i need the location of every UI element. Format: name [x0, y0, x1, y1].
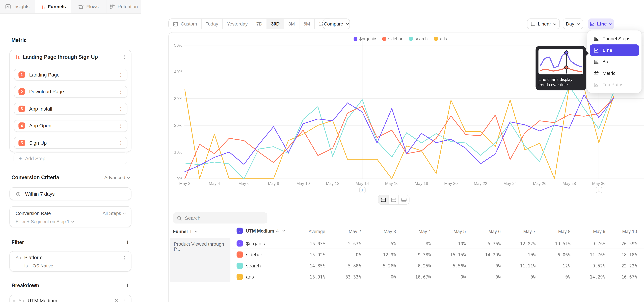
- svg-text:40%: 40%: [174, 70, 182, 74]
- date-range-3m[interactable]: 3M: [284, 19, 299, 29]
- series-checkbox[interactable]: ✓: [237, 262, 243, 269]
- date-range-today[interactable]: Today: [202, 19, 223, 29]
- tab-bar: InsightsFunnelsFlowsRetention: [0, 0, 141, 14]
- drag-handle-icon[interactable]: ≡: [13, 298, 16, 302]
- breakdown-card[interactable]: ≡ Aa UTM Medium ✕ ⋮: [10, 294, 131, 302]
- date-range-custom[interactable]: Custom: [169, 19, 202, 29]
- annotation-badge[interactable]: 1: [596, 187, 602, 193]
- cell-value: 5.88%: [328, 264, 361, 268]
- day-column-header: May 5: [433, 229, 466, 234]
- menu-item-metric[interactable]: Metric: [590, 68, 639, 79]
- table-row-search: ✓search14.85%5.88%5.26%6.25%5.56%0%11.11…: [169, 260, 644, 271]
- menu-item-top-paths: Top Paths: [590, 79, 639, 90]
- conversion-window-card[interactable]: Within 7 days: [10, 188, 131, 200]
- scale-dropdown[interactable]: Linear: [527, 18, 560, 29]
- add-breakdown-button[interactable]: +: [126, 282, 129, 288]
- advanced-dropdown[interactable]: Advanced: [104, 175, 130, 180]
- tab-funnels[interactable]: Funnels: [36, 0, 71, 13]
- step-kebab-icon[interactable]: ⋮: [118, 72, 123, 77]
- compare-button[interactable]: Compare: [323, 18, 350, 29]
- chevron-down-icon: [123, 212, 126, 214]
- legend-item-search[interactable]: search: [409, 36, 428, 41]
- flows-icon: [78, 4, 84, 9]
- series-checkbox[interactable]: ✓: [237, 274, 243, 280]
- conversion-rate-card: Conversion Rate All Steps Filter + Segme…: [10, 206, 131, 227]
- tab-insights[interactable]: Insights: [0, 0, 36, 13]
- metric-kebab-icon[interactable]: ⋮: [122, 54, 127, 59]
- funnel-step-1[interactable]: 1Landing Page⋮: [14, 68, 127, 80]
- all-steps-dropdown[interactable]: All Steps: [102, 211, 126, 216]
- date-range-30d[interactable]: 30D: [267, 19, 284, 29]
- menu-item-line[interactable]: Line: [590, 44, 639, 56]
- breakdown-kebab-icon[interactable]: ⋮: [122, 298, 127, 302]
- tab-label: Retention: [118, 4, 138, 9]
- funnel-column-header[interactable]: Funnel 1: [173, 229, 198, 234]
- legend-item-organic[interactable]: $organic: [354, 36, 376, 41]
- funnel-step-3[interactable]: 3App Install⋮: [14, 103, 127, 114]
- search-input[interactable]: [185, 215, 259, 221]
- funnel-step-2[interactable]: 2Download Page⋮: [14, 86, 127, 98]
- cell-value: 10%: [503, 252, 536, 257]
- annotation-badge[interactable]: 1: [359, 187, 366, 193]
- date-range-label: Custom: [181, 21, 197, 26]
- svg-text:50%: 50%: [174, 43, 182, 48]
- search-icon: [177, 216, 182, 220]
- date-range-6m[interactable]: 6M: [299, 19, 314, 29]
- step-kebab-icon[interactable]: ⋮: [118, 106, 123, 111]
- chart-type-dropdown[interactable]: Line: [588, 18, 614, 29]
- cell-value: 6.25%: [398, 264, 431, 268]
- breakdown-checkbox[interactable]: ✓: [237, 228, 243, 234]
- cell-value: 12.82%: [503, 241, 536, 246]
- date-range-7d[interactable]: 7D: [252, 19, 267, 29]
- series-checkbox[interactable]: ✓: [237, 252, 243, 258]
- metric-title: Landing Page through Sign Up: [23, 54, 98, 60]
- legend-item-sidebar[interactable]: sidebar: [382, 36, 402, 41]
- filter-value[interactable]: iOS Native: [32, 264, 53, 268]
- filter-kebab-icon[interactable]: ⋮: [122, 256, 127, 260]
- layout-split-button[interactable]: [378, 195, 388, 204]
- legend-item-ads[interactable]: ads: [434, 36, 447, 41]
- filter-operator[interactable]: Is: [24, 264, 28, 268]
- add-filter-button[interactable]: +: [126, 238, 129, 245]
- cell-value: 10%: [433, 241, 466, 246]
- chart-legend: $organicsidebarsearchads: [354, 36, 447, 41]
- average-column-header: Average: [292, 229, 325, 234]
- menu-item-funnel-steps[interactable]: Funnel Steps: [590, 33, 639, 44]
- tab-flows[interactable]: Flows: [71, 0, 106, 13]
- tooltip-arrow: [586, 50, 588, 56]
- filter-segment-dropdown[interactable]: Filter + Segment on Step 1: [16, 219, 74, 224]
- series-checkbox[interactable]: ✓: [237, 240, 243, 247]
- row-separator: [232, 282, 644, 282]
- menu-item-bar[interactable]: Bar: [590, 56, 639, 68]
- remove-breakdown-icon[interactable]: ✕: [114, 298, 118, 302]
- date-range-label: Yesterday: [227, 21, 248, 26]
- conversion-rate-label: Conversion Rate: [16, 211, 51, 216]
- metric-heading: Metric: [12, 38, 27, 43]
- day-column-header: May 7: [503, 229, 536, 234]
- table-row-sidebar: ✓sidebar15.92%0%12.9%9.38%15.15%14.29%10…: [169, 249, 644, 260]
- step-number-badge: 1: [18, 71, 25, 78]
- step-kebab-icon[interactable]: ⋮: [118, 140, 123, 145]
- funnel-step-4[interactable]: 4App Open⋮: [14, 120, 127, 132]
- tab-retention[interactable]: Retention: [106, 0, 142, 13]
- cell-value: 0%: [503, 274, 536, 279]
- property-type-icon: Aa: [16, 255, 21, 260]
- funnel-step-5[interactable]: 5Sign Up⋮: [14, 137, 127, 149]
- table-row-organic: ✓$organic16.03%2.63%5%8%10%5.36%12.82%19…: [169, 238, 644, 249]
- chevron-down-icon: [127, 176, 130, 178]
- series-name: ads: [246, 274, 254, 280]
- date-range-label: 30D: [271, 21, 280, 26]
- layout-table-button[interactable]: [399, 195, 409, 204]
- legend-label: sidebar: [388, 36, 402, 41]
- date-range-yesterday[interactable]: Yesterday: [223, 19, 252, 29]
- day-column-header: May 3: [363, 229, 396, 234]
- step-label: Download Page: [29, 89, 64, 94]
- layout-chart-button[interactable]: [388, 195, 399, 204]
- table-search[interactable]: [173, 212, 267, 224]
- add-step-button[interactable]: + Add Step: [14, 152, 127, 164]
- filter-card[interactable]: Aa Platform ⋮ Is iOS Native: [10, 251, 131, 272]
- breakdown-column-header[interactable]: ✓ UTM Medium 4: [237, 228, 285, 234]
- interval-dropdown[interactable]: Day: [563, 18, 583, 29]
- step-kebab-icon[interactable]: ⋮: [118, 89, 123, 94]
- step-kebab-icon[interactable]: ⋮: [118, 123, 123, 128]
